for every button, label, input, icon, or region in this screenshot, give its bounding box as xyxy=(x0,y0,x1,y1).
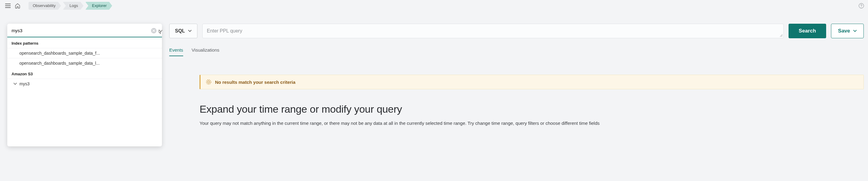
chevron-down-icon xyxy=(188,30,192,32)
warning-icon xyxy=(206,79,211,85)
empty-state-heading: Expand your time range or modify your qu… xyxy=(199,103,864,115)
help-button[interactable] xyxy=(858,2,865,9)
s3-tree-item-mys3[interactable]: mys3 xyxy=(7,79,162,89)
save-button[interactable]: Save xyxy=(831,24,864,38)
query-toolbar: SQL Search Save xyxy=(169,24,864,39)
index-search-row xyxy=(7,24,162,37)
chevron-down-icon xyxy=(853,30,857,32)
breadcrumb-observability[interactable]: Observability xyxy=(29,2,61,10)
index-pattern-option[interactable]: opensearch_dashboards_sample_data_l... xyxy=(7,58,162,68)
home-button[interactable] xyxy=(13,1,23,10)
section-title-index-patterns: Index patterns xyxy=(7,37,162,48)
close-icon xyxy=(153,29,155,32)
svg-point-2 xyxy=(208,81,210,83)
callout-text: No results match your search criteria xyxy=(215,80,296,85)
section-title-amazon-s3: Amazon S3 xyxy=(7,68,162,79)
chevron-down-icon xyxy=(13,83,17,85)
search-button[interactable]: Search xyxy=(788,24,827,38)
index-search-input[interactable] xyxy=(11,27,151,34)
result-tabs: Events Visualizations xyxy=(169,45,864,56)
index-pattern-option[interactable]: opensearch_dashboards_sample_data_f... xyxy=(7,48,162,58)
index-selector-dropdown: Index patterns opensearch_dashboards_sam… xyxy=(7,24,162,146)
chevron-down-icon xyxy=(159,30,162,32)
top-bar: Observability Logs Explorer xyxy=(0,0,868,11)
hamburger-menu-button[interactable] xyxy=(3,1,13,10)
help-icon xyxy=(859,3,864,8)
home-icon xyxy=(15,3,20,8)
tab-events[interactable]: Events xyxy=(169,45,183,56)
breadcrumb-logs[interactable]: Logs xyxy=(63,2,84,10)
breadcrumb: Observability Logs Explorer xyxy=(29,2,114,10)
ppl-query-input[interactable] xyxy=(202,24,784,38)
ppl-query-wrap xyxy=(202,24,784,39)
query-language-select[interactable]: SQL xyxy=(169,24,197,38)
clear-search-button[interactable] xyxy=(151,28,156,33)
menu-icon xyxy=(5,4,11,8)
tab-visualizations[interactable]: Visualizations xyxy=(192,45,219,56)
svg-point-1 xyxy=(207,80,211,84)
s3-tree-item-label: mys3 xyxy=(20,81,29,86)
dropdown-spacer xyxy=(7,89,162,146)
main-content: SQL Search Save Events Visualizations No… xyxy=(169,24,864,126)
breadcrumb-explorer[interactable]: Explorer xyxy=(85,2,112,10)
save-button-label: Save xyxy=(838,28,850,34)
resize-grip-icon[interactable] xyxy=(779,33,783,38)
no-results-callout: No results match your search criteria xyxy=(199,75,864,89)
empty-state-description: Your query may not match anything in the… xyxy=(199,121,864,126)
dropdown-toggle-button[interactable] xyxy=(158,28,164,34)
query-language-label: SQL xyxy=(175,28,185,34)
